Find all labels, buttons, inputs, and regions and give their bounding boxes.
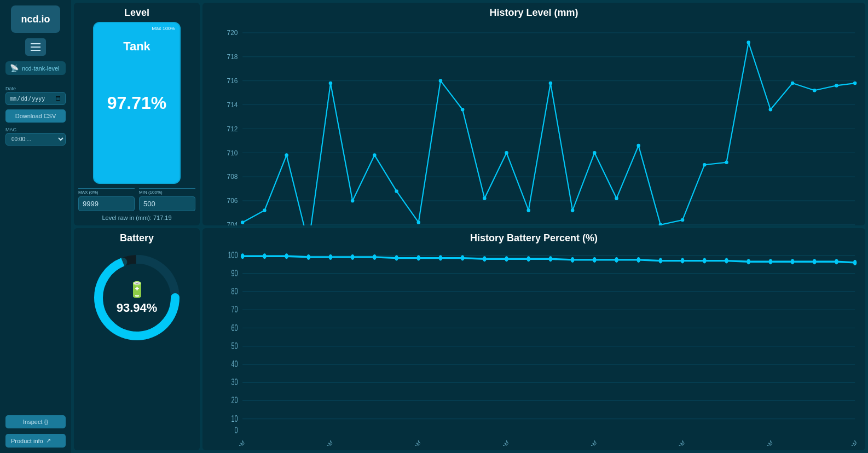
svg-point-119 — [636, 257, 640, 262]
svg-point-26 — [395, 189, 398, 193]
svg-point-27 — [416, 220, 420, 224]
svg-point-30 — [483, 196, 487, 200]
svg-point-35 — [593, 151, 597, 155]
main-content: Level Max 100% Tank 97.71% MAX (0%) MIN … — [71, 0, 868, 453]
svg-text:720: 720 — [227, 29, 238, 37]
svg-text:714: 714 — [227, 101, 238, 109]
svg-point-122 — [703, 258, 707, 263]
svg-point-28 — [439, 79, 443, 83]
battery-percent-text: 93.94% — [117, 300, 158, 315]
svg-text:10:47:20 AM: 10:47:20 AM — [225, 439, 245, 446]
inspect-button[interactable]: Inspect {} — [5, 415, 66, 428]
svg-point-113 — [505, 256, 508, 262]
mac-section: MAC 00:00:... — [5, 127, 66, 146]
level-panel: Level Max 100% Tank 97.71% MAX (0%) MIN … — [74, 3, 200, 225]
history-battery-title: History Battery Percent (%) — [207, 233, 861, 244]
svg-point-38 — [659, 223, 663, 225]
download-csv-label: Download CSV — [15, 113, 56, 119]
hamburger-button[interactable] — [25, 38, 46, 56]
svg-point-39 — [681, 218, 685, 222]
hamburger-line-1 — [31, 43, 40, 44]
svg-text:704: 704 — [227, 221, 238, 225]
svg-point-105 — [329, 254, 333, 259]
svg-text:0: 0 — [234, 425, 238, 435]
min-input[interactable] — [139, 196, 195, 211]
svg-text:712: 712 — [227, 125, 238, 133]
svg-point-116 — [571, 257, 575, 262]
battery-title: Battery — [120, 233, 154, 244]
svg-point-121 — [681, 258, 685, 263]
svg-point-36 — [615, 196, 618, 200]
min-input-group: MIN (100%) — [139, 188, 195, 211]
svg-text:10:53:00 AM: 10:53:00 AM — [754, 439, 773, 446]
mac-select[interactable]: 00:00:... — [5, 133, 66, 146]
svg-point-46 — [835, 84, 838, 88]
svg-point-31 — [505, 151, 508, 155]
hamburger-line-2 — [31, 47, 40, 48]
date-section: Date Download CSV MAC 00:00:... — [5, 86, 66, 146]
max-input[interactable] — [78, 196, 135, 211]
product-info-button[interactable]: Product info ↗ — [5, 434, 66, 448]
date-input[interactable] — [5, 92, 66, 105]
svg-text:10:48:00 AM: 10:48:00 AM — [314, 439, 333, 446]
svg-point-117 — [593, 257, 597, 262]
svg-text:100: 100 — [228, 249, 238, 260]
tank-visual: Max 100% Tank 97.71% — [93, 22, 181, 184]
history-battery-chart: 100 90 80 70 60 50 40 30 20 10 0 — [207, 246, 861, 446]
date-label-text: Date — [5, 86, 66, 91]
svg-text:10:54:00 AM: 10:54:00 AM — [838, 439, 858, 446]
donut-center: 🔋 93.94% — [117, 280, 158, 315]
battery-panel: Battery 🔋 93.94% — [74, 228, 200, 451]
svg-point-118 — [615, 257, 618, 262]
svg-point-112 — [483, 256, 487, 262]
min-input-label: MIN (100%) — [139, 188, 195, 195]
logo: ncd.io — [11, 5, 60, 33]
mac-label-text: MAC — [5, 127, 66, 132]
svg-text:10: 10 — [231, 413, 238, 423]
svg-text:10:52:00 AM: 10:52:00 AM — [666, 439, 685, 446]
level-inputs: MAX (0%) MIN (100%) — [78, 188, 195, 211]
svg-point-40 — [703, 163, 707, 167]
svg-point-43 — [769, 108, 773, 112]
node-label: ncd-tank-level — [22, 65, 59, 72]
svg-text:20: 20 — [231, 395, 238, 405]
level-raw-value: 717.19 — [153, 214, 172, 221]
svg-text:90: 90 — [231, 268, 238, 278]
inspect-label: Inspect {} — [23, 419, 48, 425]
date-label: Date — [5, 86, 66, 105]
history-level-chart: 720 718 716 714 712 710 708 706 704 702 — [207, 21, 861, 225]
svg-point-41 — [725, 161, 728, 165]
history-level-title: History Level (mm) — [207, 7, 861, 19]
max-input-label: MAX (0%) — [78, 188, 135, 195]
wifi-icon: 📡 — [10, 64, 19, 72]
sidebar: ncd.io 📡 ncd-tank-level Date Download CS… — [0, 0, 71, 453]
svg-point-25 — [373, 153, 377, 157]
svg-text:40: 40 — [231, 358, 238, 369]
battery-donut: 🔋 93.94% — [88, 248, 186, 347]
svg-point-102 — [263, 253, 267, 259]
svg-point-44 — [791, 82, 795, 85]
svg-point-21 — [285, 153, 288, 157]
svg-point-24 — [351, 199, 355, 203]
svg-text:716: 716 — [227, 77, 238, 85]
node-item[interactable]: 📡 ncd-tank-level — [5, 61, 66, 75]
tank-percent-display: 97.71% — [107, 92, 167, 113]
level-raw-label: Level raw in (mm): — [102, 214, 151, 221]
svg-point-129 — [853, 259, 857, 265]
svg-point-33 — [549, 82, 553, 85]
svg-point-101 — [241, 253, 245, 259]
svg-point-123 — [725, 258, 728, 263]
svg-point-120 — [659, 258, 663, 263]
svg-text:10:50:00 AM: 10:50:00 AM — [489, 439, 509, 446]
svg-point-34 — [571, 208, 575, 212]
svg-text:50: 50 — [231, 340, 238, 351]
svg-point-128 — [835, 259, 838, 264]
svg-point-107 — [373, 254, 377, 259]
download-csv-button[interactable]: Download CSV — [5, 109, 66, 123]
tank-max-label: Max 100% — [152, 26, 175, 31]
battery-icon: 🔋 — [128, 280, 147, 298]
tank-name: Tank — [123, 39, 151, 54]
svg-text:70: 70 — [231, 304, 238, 314]
svg-point-109 — [416, 255, 420, 260]
svg-point-47 — [853, 82, 857, 85]
